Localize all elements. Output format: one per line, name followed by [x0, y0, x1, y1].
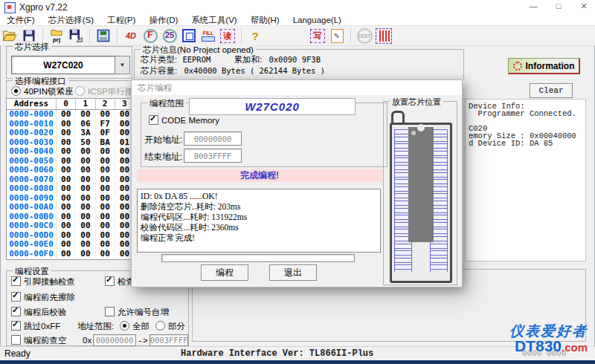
exit-button[interactable]: 退出: [269, 264, 317, 281]
watermark-site: DT830.com: [482, 339, 588, 355]
table-row[interactable]: 0000-00F0 00 00 00 00: [7, 250, 135, 259]
program-log-line: ID: 0x DA 85 ......OK!: [141, 191, 377, 201]
table-row[interactable]: 0000-00A0 00 00 00 00: [7, 203, 135, 212]
chip-select-dropdown-button[interactable]: [115, 56, 130, 74]
help-icon[interactable]: ?: [247, 27, 263, 44]
menu-item[interactable]: 操作(D): [142, 15, 184, 25]
search-f-icon[interactable]: F: [142, 27, 158, 44]
addr-arrow: ->: [138, 336, 148, 345]
table-row[interactable]: 0000-0040 00 00 00 00: [7, 147, 135, 157]
taskbar-edge: [0, 360, 595, 364]
table-row[interactable]: 0000-0020 00 3A 0F 00: [7, 129, 135, 138]
hex-table-header: Address 0 1 2 3: [7, 99, 135, 110]
edit-buffer-icon[interactable]: ✎: [329, 27, 345, 44]
chip-info-group: 芯片信息(No Project opened) 芯片类型: EEPROM 累加和…: [134, 49, 464, 79]
program-button[interactable]: 编程: [201, 264, 248, 281]
read-chip-icon[interactable]: 读: [219, 27, 236, 44]
chip-info-line1: 芯片类型: EEPROM 累加和: 0x0090 9F3B: [141, 54, 321, 65]
checkbox-code-memory[interactable]: CODE Memory: [149, 115, 219, 125]
device-info-line: Programmer Connected.: [469, 110, 582, 117]
watermark-text: 仪表爱好者: [482, 324, 588, 339]
minimize-button[interactable]: —: [528, 1, 538, 11]
program-log-line: 编程正常完成!: [141, 233, 377, 243]
radio-addr-all[interactable]: 全部: [120, 321, 149, 332]
table-row[interactable]: 0000-0060 00 00 00 00: [7, 166, 135, 175]
clear-button[interactable]: Clear: [530, 83, 573, 98]
test-icon: TEST: [356, 27, 373, 44]
chip-select-group-title: 芯片选择: [13, 42, 51, 53]
table-row[interactable]: 0000-00C0 00 00 00 00: [7, 221, 135, 231]
menu-item[interactable]: 工程(P): [100, 15, 142, 25]
app-icon: [4, 2, 16, 13]
checkbox-auto-increment[interactable]: 允许编号自增: [105, 307, 169, 318]
save-project-icon[interactable]: [68, 27, 84, 44]
status-hardware-version: Hardware Interface Ver: TL866II-Plus: [181, 348, 373, 359]
dialog-chip-banner: W27C020: [189, 98, 356, 115]
hex-buffer-table: Address 0 1 2 3 0000-0000 00 00 00 00 00…: [6, 98, 135, 260]
chip-select-group: 芯片选择 W27C020: [6, 46, 132, 79]
device-info-line: d Device ID: DA 85: [469, 140, 582, 147]
checkbox-verify-after[interactable]: 编程后校验: [11, 307, 67, 318]
menu-item[interactable]: 帮助(H): [244, 15, 286, 25]
fill-icon[interactable]: FILL: [200, 27, 216, 44]
start-address-field[interactable]: 00000000: [184, 131, 242, 146]
locate-icon[interactable]: [181, 27, 197, 44]
menu-item[interactable]: 芯片选择(S): [42, 15, 100, 25]
end-address-label: 结束地址:: [144, 151, 182, 163]
close-button[interactable]: ✕: [579, 1, 589, 11]
chip-pins-icon[interactable]: [376, 27, 392, 44]
program-log-line: 校验代码区...耗时: 2360ms: [141, 222, 377, 233]
progress-bar: [161, 254, 355, 262]
dip-chip-icon: [408, 127, 434, 242]
radio-40pin[interactable]: 40PIN锁紧座: [11, 86, 73, 97]
addr-to-field[interactable]: 0003FFFF: [149, 334, 188, 346]
radio-addr-part[interactable]: 部分: [155, 321, 185, 332]
checkbox-pin-check[interactable]: 引脚接触检查: [11, 276, 75, 287]
range-group-title: 编程范围: [147, 98, 186, 109]
addr-from-field[interactable]: 00000000: [93, 334, 136, 346]
program-log-line: 编程代码区...耗时: 131922ms: [141, 212, 377, 222]
table-row[interactable]: 0000-0080 00 00 00 00: [7, 184, 135, 194]
chip-select-combo[interactable]: W27C020: [11, 56, 115, 74]
search-4d-icon[interactable]: 4D: [123, 27, 139, 44]
title-bar: Xgpro v7.22 — □ ✕: [0, 0, 595, 15]
checkbox-check-id[interactable]: 检查: [105, 276, 135, 287]
dialog-title: 芯片编程: [132, 80, 462, 95]
program-log: ID: 0x DA 85 ......OK!删除清空芯片..耗时: 203ms编…: [137, 189, 381, 253]
socket-group: 放置芯片位置: [383, 101, 457, 285]
write-chip-icon[interactable]: 写: [309, 27, 326, 44]
program-log-line: 删除清空芯片..耗时: 203ms: [141, 201, 377, 212]
hex-prefix-label: 0x: [83, 336, 91, 345]
addr-range-label: 地址范围:: [77, 321, 114, 332]
interface-group-title: 选择编程接口: [13, 76, 68, 87]
chip-program-dialog: 芯片编程 W27C020 编程范围 CODE Memory 开始地址: 0000…: [131, 79, 463, 287]
end-address-field[interactable]: 0003FFFF: [184, 149, 242, 163]
buffer-icon[interactable]: [95, 27, 112, 44]
status-ready: Ready: [4, 348, 30, 359]
information-button[interactable]: Information: [508, 58, 580, 74]
watermark: 仪表爱好者 DT830.com: [482, 324, 588, 355]
program-status-banner: 完成编程!: [137, 169, 382, 182]
menu-item[interactable]: 文件(F): [0, 15, 42, 25]
start-address-label: 开始地址:: [144, 134, 182, 146]
gear-icon: [513, 62, 522, 71]
menu-item[interactable]: 系统工具(V): [184, 15, 243, 25]
socket-group-title: 放置芯片位置: [390, 97, 443, 108]
checkbox-erase-before[interactable]: 编程前先擦除: [11, 292, 75, 303]
device-info-panel: Device Info: Programmer Connected.C020em…: [465, 99, 586, 261]
menu-bar: 文件(F)芯片选择(S)工程(P)操作(D)系统工具(V)帮助(H)Langua…: [0, 15, 595, 25]
menu-item[interactable]: Language(L): [286, 15, 348, 25]
xgpro-window: Xgpro v7.22 — □ ✕ 文件(F)芯片选择(S)工程(P)操作(D)…: [0, 0, 595, 364]
search-25-icon[interactable]: 25: [161, 27, 178, 44]
checkbox-skip-ff[interactable]: 跳过0xFF: [11, 321, 60, 332]
table-row[interactable]: 0000-0000 00 00 00 00: [7, 110, 135, 120]
window-title: Xgpro v7.22: [19, 2, 68, 13]
table-row[interactable]: 0000-00E0 00 00 00 00: [7, 240, 135, 250]
maximize-button[interactable]: □: [553, 1, 564, 11]
checkbox-blank-check[interactable]: 编程前查空: [11, 335, 67, 346]
chip-info-line2: 芯片容量: 0x40000 Bytes ( 262144 Bytes ): [141, 65, 325, 77]
zif-socket-icon: [390, 123, 452, 283]
toolbar: prj 4D F 25 FILL 读 ? 写 ✎ TEST: [0, 25, 595, 46]
